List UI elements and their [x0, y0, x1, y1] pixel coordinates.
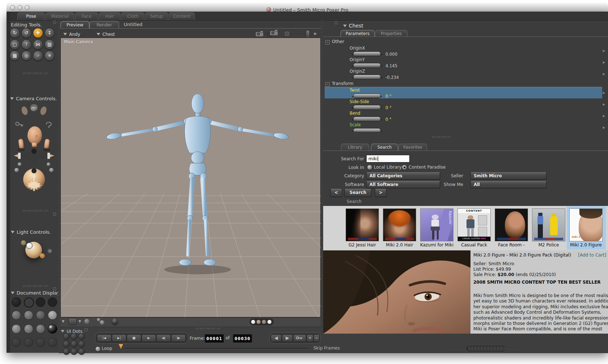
- param-options-arrow-icon[interactable]: ▶: [603, 126, 605, 129]
- depth-cue-menu-icon[interactable]: ▼: [62, 319, 64, 323]
- result-label-4[interactable]: Casual Pack: [455, 242, 493, 248]
- display-icon-overflow[interactable]: [48, 338, 57, 347]
- panel-divider[interactable]: [22, 210, 48, 212]
- frame-current-counter[interactable]: 00001: [205, 334, 224, 343]
- ui-dot[interactable]: [71, 348, 77, 355]
- trackball-icon[interactable]: [284, 30, 290, 37]
- multi-sphere-icon[interactable]: [100, 320, 104, 325]
- play-button[interactable]: ▶: [142, 334, 156, 342]
- result-thumb-7[interactable]: miki 2: [569, 208, 603, 241]
- room-tab-hair[interactable]: Hair: [99, 12, 121, 20]
- radio-local-library[interactable]: [367, 165, 372, 170]
- right-panel-splitter[interactable]: [321, 20, 323, 353]
- collapse-box-icon[interactable]: −: [325, 82, 330, 86]
- light-indicator-3[interactable]: [40, 253, 45, 258]
- dial-right-arrow-icon[interactable]: ▸: [381, 106, 382, 110]
- dial-right-arrow-icon[interactable]: ▸: [381, 64, 382, 68]
- color-tool-icon[interactable]: ▨: [45, 39, 55, 50]
- editing-tools-panel-widget[interactable]: [53, 21, 56, 24]
- result-label-6[interactable]: M2 Police: [530, 242, 567, 248]
- flat-lined-display-icon[interactable]: [36, 310, 45, 320]
- texture-shaded-display-icon[interactable]: [36, 324, 45, 334]
- collapse-box-icon[interactable]: −: [325, 40, 330, 45]
- result-thumb-2[interactable]: [383, 208, 416, 241]
- tracking-menu-icon[interactable]: ▼: [79, 319, 81, 323]
- view-magnifier-tool-icon[interactable]: ✳: [45, 51, 55, 61]
- ui-dot[interactable]: [78, 348, 85, 355]
- param-row-scale[interactable]: Scale◂▸▶: [325, 122, 602, 132]
- camera-name-label[interactable]: Main Camera: [64, 39, 93, 45]
- rotate-tool-icon[interactable]: ↻: [10, 28, 20, 38]
- next-keyframe-button[interactable]: ▶: [282, 334, 293, 342]
- result-thumb-4[interactable]: CONTENTCASUAL CLOTHES MIKI: [457, 208, 491, 241]
- sun-icon[interactable]: ☼: [47, 247, 52, 255]
- param-options-arrow-icon[interactable]: ▶: [603, 103, 605, 106]
- panel-scroll-arrow-icon[interactable]: ▶: [314, 31, 317, 35]
- tab-favorites[interactable]: Favorites: [398, 144, 427, 151]
- display-mode-pill[interactable]: [250, 318, 274, 325]
- go-to-start-button[interactable]: |◀: [97, 334, 111, 342]
- tab-library[interactable]: Library: [341, 144, 369, 151]
- ui-dot[interactable]: [78, 340, 85, 347]
- radio-local-library-label[interactable]: Local Library: [374, 165, 402, 170]
- param-row-originy[interactable]: OriginY◂▸4.145▶: [325, 56, 602, 68]
- mode-dot-4[interactable]: [267, 320, 271, 324]
- param-group-header[interactable]: −Other: [325, 38, 608, 45]
- param-dial[interactable]: [353, 93, 381, 98]
- skip-frames-label[interactable]: Skip Frames: [313, 346, 340, 351]
- go-to-end-button[interactable]: ▶|: [112, 334, 126, 342]
- prev-keyframe-button[interactable]: ◀: [271, 334, 282, 342]
- grouping-tool-tool-icon[interactable]: ☞: [33, 51, 43, 61]
- category-dropdown[interactable]: All Categories: [366, 172, 440, 179]
- result-thumb-6[interactable]: [532, 208, 565, 241]
- translate-axis-icon[interactable]: [294, 30, 302, 38]
- edit-keyframes-button[interactable]: [293, 334, 306, 342]
- mode-dot-3[interactable]: [262, 320, 266, 324]
- param-dial[interactable]: [353, 51, 381, 56]
- bottom-divider-grip[interactable]: [195, 327, 221, 329]
- display-style-button[interactable]: [68, 318, 77, 325]
- document-display-header[interactable]: Document Display: [11, 289, 60, 296]
- step-forward-button[interactable]: |▶: [171, 334, 186, 342]
- tab-preview[interactable]: Preview: [60, 21, 89, 29]
- smooth-shaded-display-icon[interactable]: [48, 310, 57, 320]
- display-icon-overflow[interactable]: [24, 338, 33, 347]
- result-thumb-5[interactable]: [495, 208, 528, 241]
- result-label-5[interactable]: Face Room -: [493, 242, 530, 248]
- room-tab-cloth[interactable]: Cloth: [121, 12, 144, 20]
- multi-sphere-icon[interactable]: [97, 318, 100, 321]
- outline-display-icon[interactable]: [24, 297, 34, 308]
- twist-tool-icon[interactable]: ↺: [21, 28, 31, 38]
- tab-properties[interactable]: Properties: [375, 30, 408, 37]
- wireframe-display-icon[interactable]: [36, 297, 45, 307]
- tab-parameters[interactable]: Parameters: [341, 30, 375, 37]
- actor-menu[interactable]: Chest: [97, 30, 115, 37]
- param-row-bend[interactable]: Bend◂▸0 °▶: [325, 110, 602, 122]
- param-row-side-side[interactable]: Side-Side◂▸0 °▶: [325, 98, 602, 110]
- result-thumb-1[interactable]: [346, 208, 379, 241]
- full-render-display-icon[interactable]: [48, 324, 57, 334]
- flat-shaded-display-icon[interactable]: [24, 310, 33, 320]
- param-row-originz[interactable]: OriginZ◂▸-0.234▶: [325, 68, 602, 80]
- timeline-slider[interactable]: [124, 348, 308, 349]
- ui-dots-splitter[interactable]: [90, 327, 92, 353]
- search-button[interactable]: Search: [345, 189, 371, 197]
- silhouette-display-icon[interactable]: [12, 297, 21, 307]
- translate-in-out-tool-icon[interactable]: ↕: [45, 28, 55, 38]
- param-group-header[interactable]: −Transform: [325, 80, 608, 87]
- dial-right-arrow-icon[interactable]: ▸: [381, 118, 382, 121]
- camera-flyaround-icon[interactable]: [255, 30, 264, 37]
- light-indicator-2[interactable]: [26, 242, 33, 249]
- param-options-arrow-icon[interactable]: ▶: [603, 114, 605, 118]
- dial-right-arrow-icon[interactable]: ▸: [381, 130, 382, 132]
- viewport[interactable]: Main Camera: [60, 38, 321, 317]
- zoom-tool-tool-icon[interactable]: ◎: [21, 51, 31, 61]
- smooth-lined-display-icon[interactable]: [12, 324, 21, 334]
- tracking-ball-icon[interactable]: [84, 319, 89, 324]
- dial-right-arrow-icon[interactable]: ▸: [381, 95, 382, 98]
- param-row-twist[interactable]: Twist◂▸0 °▶: [325, 87, 602, 98]
- sidebar-splitter[interactable]: [58, 20, 60, 353]
- ui-dot[interactable]: [63, 348, 70, 355]
- ui-dot[interactable]: [71, 333, 77, 340]
- chain-break-tool-icon[interactable]: ⋈: [33, 39, 43, 50]
